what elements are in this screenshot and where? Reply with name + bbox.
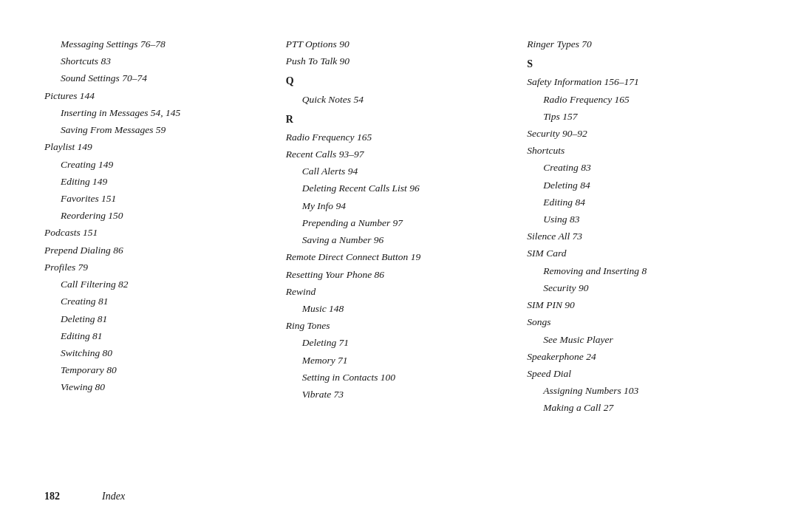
column-1: Messaging Settings 76–78Shortcuts 83Soun… — [44, 35, 286, 477]
index-entry: Remote Direct Connect Button 19 — [286, 248, 513, 265]
index-entry: Shortcuts 83 — [44, 52, 271, 69]
section-letter-S: S — [527, 55, 754, 73]
index-entry: My Info 94 — [286, 197, 513, 214]
index-entry: Editing 149 — [44, 173, 271, 190]
index-entry: Podcasts 151 — [44, 224, 271, 241]
index-entry: Push To Talk 90 — [286, 52, 513, 69]
page: Messaging Settings 76–78Shortcuts 83Soun… — [0, 0, 798, 532]
index-entry: Pictures 144 — [44, 87, 271, 104]
index-entry: Quick Notes 54 — [286, 91, 513, 108]
index-entry: See Music Player — [527, 331, 754, 348]
index-entry: Switching 80 — [44, 344, 271, 361]
index-entry: Ring Tones — [286, 317, 513, 334]
footer: 182 Index — [44, 491, 754, 502]
index-entry: SIM Card — [527, 245, 754, 262]
index-entry: Favorites 151 — [44, 190, 271, 207]
index-entry: Making a Call 27 — [527, 399, 754, 416]
index-entry: Inserting in Messages 54, 145 — [44, 104, 271, 121]
index-entry: Recent Calls 93–97 — [286, 146, 513, 163]
index-entry: PTT Options 90 — [286, 35, 513, 52]
index-entry: Radio Frequency 165 — [527, 91, 754, 108]
section-letter-R: R — [286, 111, 513, 129]
index-entry: Saving a Number 96 — [286, 231, 513, 248]
index-entry: Tips 157 — [527, 108, 754, 125]
index-entry: Prepend Dialing 86 — [44, 242, 271, 259]
index-entry: Ringer Types 70 — [527, 35, 754, 52]
footer-label: Index — [102, 491, 125, 502]
index-entry: Editing 81 — [44, 327, 271, 344]
index-entry: Setting in Contacts 100 — [286, 369, 513, 386]
index-entry: Memory 71 — [286, 352, 513, 369]
index-entry: Deleting 84 — [527, 177, 754, 194]
index-entry: Editing 84 — [527, 194, 754, 211]
index-entry: Music 148 — [286, 300, 513, 317]
section-letter-Q: Q — [286, 72, 513, 90]
index-entry: Silence All 73 — [527, 228, 754, 245]
index-entry: Call Alerts 94 — [286, 163, 513, 180]
index-entry: Messaging Settings 76–78 — [44, 35, 271, 52]
index-entry: Temporary 80 — [44, 361, 271, 378]
index-entry: Playlist 149 — [44, 138, 271, 155]
index-entry: Removing and Inserting 8 — [527, 262, 754, 279]
index-entry: Sound Settings 70–74 — [44, 69, 271, 86]
index-entry: Deleting Recent Calls List 96 — [286, 180, 513, 197]
index-entry: Creating 81 — [44, 293, 271, 310]
index-entry: Speakerphone 24 — [527, 348, 754, 365]
index-entry: Viewing 80 — [44, 378, 271, 395]
column-3: Ringer Types 70SSafety Information 156–1… — [527, 35, 754, 477]
index-entry: Creating 83 — [527, 159, 754, 176]
index-entry: Vibrate 73 — [286, 386, 513, 403]
index-entry: Saving From Messages 59 — [44, 121, 271, 138]
index-entry: Security 90–92 — [527, 125, 754, 142]
index-entry: SIM PIN 90 — [527, 296, 754, 313]
index-entry: Safety Information 156–171 — [527, 73, 754, 90]
index-columns: Messaging Settings 76–78Shortcuts 83Soun… — [44, 35, 754, 477]
index-entry: Creating 149 — [44, 156, 271, 173]
index-entry: Call Filtering 82 — [44, 276, 271, 293]
column-2: PTT Options 90Push To Talk 90QQuick Note… — [286, 35, 528, 477]
index-entry: Shortcuts — [527, 142, 754, 159]
index-entry: Security 90 — [527, 279, 754, 296]
index-entry: Reordering 150 — [44, 207, 271, 224]
index-entry: Resetting Your Phone 86 — [286, 266, 513, 283]
index-entry: Deleting 81 — [44, 310, 271, 327]
index-entry: Using 83 — [527, 211, 754, 228]
index-entry: Prepending a Number 97 — [286, 214, 513, 231]
index-entry: Deleting 71 — [286, 334, 513, 351]
footer-page-number: 182 — [44, 491, 89, 502]
index-entry: Speed Dial — [527, 365, 754, 382]
index-entry: Assigning Numbers 103 — [527, 382, 754, 399]
index-entry: Songs — [527, 313, 754, 330]
index-entry: Rewind — [286, 283, 513, 300]
index-entry: Radio Frequency 165 — [286, 129, 513, 146]
index-entry: Profiles 79 — [44, 259, 271, 276]
